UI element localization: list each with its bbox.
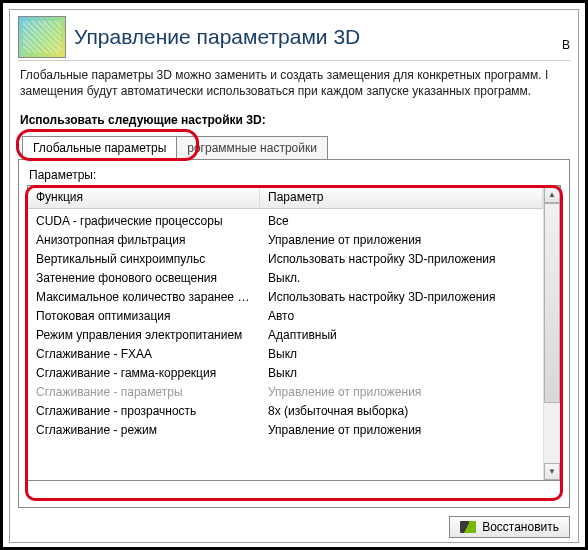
- scroll-up-button[interactable]: ▲: [544, 186, 560, 203]
- params-label: Параметры:: [27, 168, 561, 182]
- cell-function: Сглаживание - прозрачность: [28, 403, 260, 419]
- cell-function: Режим управления электропитанием: [28, 327, 260, 343]
- page-title: Управление параметрами 3D: [74, 25, 360, 49]
- table-row[interactable]: Сглаживание - параметрыУправление от при…: [28, 382, 543, 401]
- table-row[interactable]: Затенение фонового освещенияВыкл.: [28, 268, 543, 287]
- col-header-param[interactable]: Параметр: [260, 186, 543, 208]
- cell-param: Использовать настройку 3D-приложения: [260, 251, 543, 267]
- scroll-down-button[interactable]: ▼: [544, 463, 560, 480]
- table-row[interactable]: Вертикальный синхроимпульсИспользовать н…: [28, 249, 543, 268]
- section-label: Использовать следующие настройки 3D:: [10, 103, 578, 133]
- nvidia-logo-icon: [460, 521, 476, 533]
- table-row[interactable]: Сглаживание - гамма-коррекцияВыкл: [28, 363, 543, 382]
- cell-param: Управление от приложения: [260, 232, 543, 248]
- cell-param: Выкл.: [260, 270, 543, 286]
- cell-param: Управление от приложения: [260, 422, 543, 438]
- table-row[interactable]: Режим управления электропитаниемАдаптивн…: [28, 325, 543, 344]
- cell-function: CUDA - графические процессоры: [28, 213, 260, 229]
- cell-param: Все: [260, 213, 543, 229]
- restore-button[interactable]: Восстановить: [449, 516, 570, 538]
- restore-label: Восстановить: [482, 520, 559, 534]
- table-row[interactable]: Анизотропная фильтрацияУправление от при…: [28, 230, 543, 249]
- cell-param: Выкл: [260, 365, 543, 381]
- table-row[interactable]: Потоковая оптимизацияАвто: [28, 306, 543, 325]
- cell-function: Максимальное количество заранее под...: [28, 289, 260, 305]
- scrollbar[interactable]: ▲ ▼: [543, 186, 560, 480]
- table-row[interactable]: CUDA - графические процессорыВсе: [28, 211, 543, 230]
- cell-function: Сглаживание - режим: [28, 422, 260, 438]
- table-row[interactable]: Максимальное количество заранее под...Ис…: [28, 287, 543, 306]
- table-row[interactable]: Сглаживание - прозрачность8x (избыточная…: [28, 401, 543, 420]
- description: Глобальные параметры 3D можно заменить и…: [10, 61, 578, 103]
- cell-param: Управление от приложения: [260, 384, 543, 400]
- cell-function: Сглаживание - FXAA: [28, 346, 260, 362]
- cell-param: Выкл: [260, 346, 543, 362]
- cell-function: Затенение фонового освещения: [28, 270, 260, 286]
- cell-function: Вертикальный синхроимпульс: [28, 251, 260, 267]
- cell-function: Анизотропная фильтрация: [28, 232, 260, 248]
- cell-param: 8x (избыточная выборка): [260, 403, 543, 419]
- scroll-thumb[interactable]: [544, 203, 560, 403]
- tab-program[interactable]: рограммные настройки: [176, 136, 328, 159]
- cell-param: Авто: [260, 308, 543, 324]
- cell-function: Сглаживание - гамма-коррекция: [28, 365, 260, 381]
- settings-table[interactable]: Функция Параметр CUDA - графические проц…: [28, 186, 543, 480]
- nvidia-3d-icon: [18, 16, 66, 58]
- cell-function: Сглаживание - параметры: [28, 384, 260, 400]
- table-row[interactable]: Сглаживание - FXAAВыкл: [28, 344, 543, 363]
- tab-global[interactable]: Глобальные параметры: [22, 136, 177, 159]
- cell-param: Адаптивный: [260, 327, 543, 343]
- cell-param: Использовать настройку 3D-приложения: [260, 289, 543, 305]
- col-header-function[interactable]: Функция: [28, 186, 260, 208]
- desc-line2: замещения будут автоматически использова…: [20, 84, 531, 98]
- cell-function: Потоковая оптимизация: [28, 308, 260, 324]
- desc-line1: Глобальные параметры 3D можно заменить и…: [20, 68, 548, 82]
- table-row[interactable]: Сглаживание - режимУправление от приложе…: [28, 420, 543, 439]
- truncated-text: В: [562, 38, 570, 52]
